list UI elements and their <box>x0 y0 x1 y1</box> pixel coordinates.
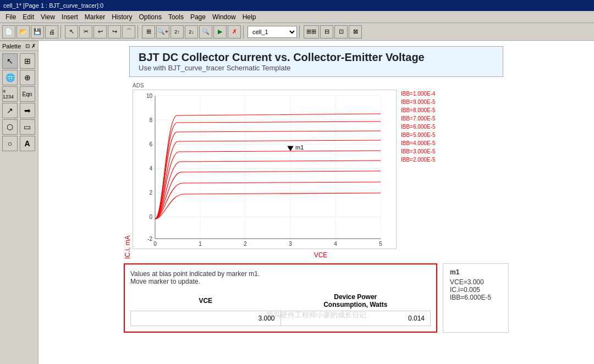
menu-view[interactable]: View <box>37 12 58 22</box>
chart-svg-container: 10 8 6 4 2 0 -2 0 1 2 3 4 5 <box>133 90 509 249</box>
palette-list[interactable]: ≡ 1234 <box>2 86 18 102</box>
sep2 <box>138 25 140 38</box>
sep3 <box>243 25 245 38</box>
svg-text:6: 6 <box>149 141 152 147</box>
undo-button[interactable]: ↩ <box>94 25 107 38</box>
schematic-area[interactable]: BJT DC Collector Current vs. Collector-E… <box>38 41 594 364</box>
legend-item-2: IBB=9.000E-5 <box>401 98 436 106</box>
palette-rect[interactable]: ▭ <box>20 119 35 135</box>
sep4 <box>299 25 301 38</box>
svg-text:-2: -2 <box>147 236 152 242</box>
chart-title-sub: Use with BJT_curve_tracer Schematic Temp… <box>139 64 494 72</box>
data-table: VCE Device PowerConsumption, Watts 3.000… <box>130 291 431 326</box>
palette-header: Palette ⊡ ✗ <box>0 41 38 51</box>
svg-text:4: 4 <box>149 166 152 172</box>
legend-item-9: IBB=2.000E-5 <box>401 156 436 164</box>
svg-marker-28 <box>288 146 293 151</box>
svg-text:2: 2 <box>244 241 247 247</box>
title-text: cell_1* [Page 1 : BJT_curve_tracer]:0 <box>3 2 103 9</box>
menu-edit[interactable]: Edit <box>19 12 37 22</box>
stop-button[interactable]: ✗ <box>228 25 241 38</box>
y-axis-label: IC.i, mA <box>124 82 131 259</box>
new-button[interactable]: 📄 <box>2 25 15 38</box>
palette-arrow-e[interactable]: ➡ <box>20 103 35 118</box>
marker-ibb: IBB=6.000E-5 <box>450 294 502 301</box>
open-button[interactable]: 📂 <box>16 25 30 38</box>
print-button[interactable]: 🖨 <box>45 25 58 38</box>
main-area: Palette ⊡ ✗ ↖ ⊞ 🌐 ⊕ ≡ 1234 Eqn ↗ ➡ ⬡ ▭ ○… <box>0 41 594 364</box>
save-button[interactable]: 💾 <box>31 25 44 38</box>
menu-page[interactable]: Page <box>187 12 209 22</box>
palette-label: Palette <box>2 43 21 49</box>
menu-help[interactable]: Help <box>239 12 260 22</box>
svg-text:m1: m1 <box>295 144 304 151</box>
palette-arrow-ne[interactable]: ↗ <box>2 103 18 118</box>
legend-item-4: IBB=7.000E-5 <box>401 114 436 123</box>
menu-file[interactable]: File <box>2 12 19 22</box>
svg-text:0: 0 <box>153 241 157 247</box>
menu-bar: File Edit View Insert Marker History Opt… <box>0 11 594 23</box>
palette-panel: Palette ⊡ ✗ ↖ ⊞ 🌐 ⊕ ≡ 1234 Eqn ↗ ➡ ⬡ ▭ ○… <box>0 41 38 364</box>
zoom-2-button[interactable]: 2↑ <box>170 25 184 38</box>
chart-main: ADS <box>133 82 509 259</box>
menu-marker[interactable]: Marker <box>81 12 108 22</box>
menu-options[interactable]: Options <box>136 12 165 22</box>
icon-btn3[interactable]: ⊡ <box>334 25 348 38</box>
zoom-3-button[interactable]: 2↓ <box>185 25 198 38</box>
menu-insert[interactable]: Insert <box>58 12 81 22</box>
menu-tools[interactable]: Tools <box>165 12 187 22</box>
grid-button[interactable]: ⊞ <box>142 25 155 38</box>
svg-text:2: 2 <box>149 190 152 196</box>
palette-select[interactable]: ↖ <box>2 53 18 69</box>
cut-button[interactable]: ✂ <box>79 25 92 38</box>
palette-grid: ↖ ⊞ 🌐 ⊕ ≡ 1234 Eqn ↗ ➡ ⬡ ▭ ○ A <box>0 51 38 153</box>
run-button[interactable]: ▶ <box>213 25 227 38</box>
col-header-power: Device PowerConsumption, Watts <box>280 291 431 311</box>
cell-vce: 3.000 <box>131 311 281 326</box>
icon-btn4[interactable]: ⊠ <box>349 25 362 38</box>
menu-history[interactable]: History <box>108 12 135 22</box>
palette-grid-item[interactable]: ⊞ <box>20 53 35 69</box>
icon-btn1[interactable]: ⊞⊞ <box>304 25 319 38</box>
chart-title-box: BJT DC Collector Current vs. Collector-E… <box>129 46 503 77</box>
svg-text:4: 4 <box>334 241 337 247</box>
legend-item-3: IBB=8.000E-5 <box>401 106 436 114</box>
icon-btn2[interactable]: ⊟ <box>320 25 333 38</box>
palette-controls[interactable]: ⊡ ✗ <box>25 43 36 49</box>
zoom-in-button[interactable]: 🔍+ <box>156 25 169 38</box>
svg-text:5: 5 <box>379 241 382 247</box>
marker-ic: IC.i=0.005 <box>450 286 502 294</box>
legend-item-7: IBB=4.000E-5 <box>401 139 436 147</box>
ads-label: ADS <box>133 82 509 89</box>
chart-legend: IBB=1.000E-4 IBB=9.000E-5 IBB=8.000E-5 I… <box>401 90 436 249</box>
cell-selector[interactable]: cell_1 <box>248 26 297 38</box>
wire-button[interactable]: ⌒ <box>122 25 135 38</box>
palette-globe[interactable]: 🌐 <box>2 70 18 85</box>
cell-power: 0.014 <box>280 311 431 326</box>
select-button[interactable]: ↖ <box>65 25 78 38</box>
data-table-box: Values at bias point indicated by marker… <box>124 263 437 333</box>
redo-button[interactable]: ↪ <box>108 25 121 38</box>
palette-text[interactable]: A <box>20 136 35 151</box>
x-axis-label: VCE <box>133 251 509 259</box>
zoom-fit-button[interactable]: 🔍 <box>199 25 212 38</box>
marker-vce: VCE=3.000 <box>450 278 502 286</box>
legend-item-5: IBB=6.000E-5 <box>401 123 436 131</box>
title-bar: cell_1* [Page 1 : BJT_curve_tracer]:0 <box>0 0 594 11</box>
marker-info-box: m1 VCE=3.000 IC.i=0.005 IBB=6.000E-5 <box>443 263 509 333</box>
svg-text:8: 8 <box>149 117 152 123</box>
legend-item-6: IBB=5.000E-5 <box>401 131 436 139</box>
desc-line1: Values at bias point indicated by marker… <box>130 270 260 278</box>
data-table-area: Values at bias point indicated by marker… <box>124 263 509 333</box>
palette-diamond[interactable]: ⬡ <box>2 119 18 135</box>
palette-cross[interactable]: ⊕ <box>20 70 35 85</box>
svg-text:10: 10 <box>146 93 153 99</box>
toolbar: 📄 📂 💾 🖨 ↖ ✂ ↩ ↪ ⌒ ⊞ 🔍+ 2↑ 2↓ 🔍 ▶ ✗ cell_… <box>0 23 594 41</box>
col-header-vce: VCE <box>131 291 281 311</box>
desc-line2: Move marker to update. <box>130 278 200 285</box>
palette-eqn[interactable]: Eqn <box>20 86 35 102</box>
chart-container: IC.i, mA ADS <box>124 82 509 259</box>
palette-circle[interactable]: ○ <box>2 136 18 151</box>
legend-item-8: IBB=3.000E-5 <box>401 147 436 156</box>
menu-window[interactable]: Window <box>209 12 239 22</box>
